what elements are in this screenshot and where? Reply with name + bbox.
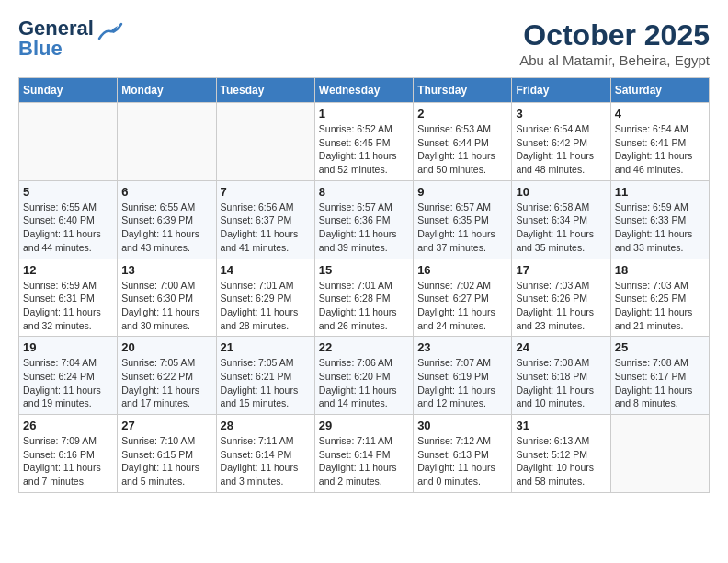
calendar-table: SundayMondayTuesdayWednesdayThursdayFrid… xyxy=(18,77,710,493)
day-info: Sunrise: 7:03 AMSunset: 6:26 PMDaylight:… xyxy=(516,279,606,333)
empty-cell xyxy=(118,103,216,181)
day-cell-15: 15Sunrise: 7:01 AMSunset: 6:28 PMDayligh… xyxy=(314,259,413,337)
day-number: 19 xyxy=(23,340,113,354)
day-number: 24 xyxy=(516,340,606,354)
weekday-header-tuesday: Tuesday xyxy=(216,78,314,103)
week-row-3: 12Sunrise: 6:59 AMSunset: 6:31 PMDayligh… xyxy=(19,259,710,337)
day-info: Sunrise: 6:56 AMSunset: 6:37 PMDaylight:… xyxy=(221,201,311,255)
day-info: Sunrise: 7:04 AMSunset: 6:24 PMDaylight:… xyxy=(23,356,113,410)
day-number: 14 xyxy=(221,263,311,277)
day-number: 26 xyxy=(23,419,113,432)
day-number: 7 xyxy=(221,185,311,199)
day-info: Sunrise: 6:59 AMSunset: 6:33 PMDaylight:… xyxy=(615,201,705,255)
weekday-header-monday: Monday xyxy=(118,78,216,103)
day-cell-7: 7Sunrise: 6:56 AMSunset: 6:37 PMDaylight… xyxy=(216,180,314,259)
week-row-1: 1Sunrise: 6:52 AMSunset: 6:45 PMDaylight… xyxy=(19,103,710,181)
day-info: Sunrise: 7:01 AMSunset: 6:28 PMDaylight:… xyxy=(319,279,409,333)
day-cell-13: 13Sunrise: 7:00 AMSunset: 6:30 PMDayligh… xyxy=(118,259,216,337)
day-cell-18: 18Sunrise: 7:03 AMSunset: 6:25 PMDayligh… xyxy=(610,259,709,337)
day-number: 16 xyxy=(417,263,507,277)
location-subtitle: Abu al Matamir, Beheira, Egypt xyxy=(519,52,710,68)
day-cell-5: 5Sunrise: 6:55 AMSunset: 6:40 PMDaylight… xyxy=(19,180,118,259)
day-number: 28 xyxy=(221,419,311,432)
day-info: Sunrise: 7:08 AMSunset: 6:18 PMDaylight:… xyxy=(516,356,606,410)
day-number: 31 xyxy=(516,419,606,432)
day-cell-30: 30Sunrise: 7:12 AMSunset: 6:13 PMDayligh… xyxy=(414,415,512,493)
day-number: 18 xyxy=(615,263,705,277)
month-title: October 2025 xyxy=(519,18,710,52)
weekday-header-wednesday: Wednesday xyxy=(314,78,413,103)
day-info: Sunrise: 7:09 AMSunset: 6:16 PMDaylight:… xyxy=(23,434,113,488)
day-cell-12: 12Sunrise: 6:59 AMSunset: 6:31 PMDayligh… xyxy=(19,259,118,337)
day-cell-29: 29Sunrise: 7:11 AMSunset: 6:14 PMDayligh… xyxy=(314,415,413,493)
logo-general: General xyxy=(18,18,94,39)
day-cell-6: 6Sunrise: 6:55 AMSunset: 6:39 PMDaylight… xyxy=(118,180,216,259)
day-cell-2: 2Sunrise: 6:53 AMSunset: 6:44 PMDaylight… xyxy=(414,103,512,181)
day-cell-10: 10Sunrise: 6:58 AMSunset: 6:34 PMDayligh… xyxy=(512,180,610,259)
weekday-header-sunday: Sunday xyxy=(19,78,118,103)
day-number: 3 xyxy=(516,107,606,121)
day-number: 8 xyxy=(319,185,409,199)
day-number: 11 xyxy=(615,185,705,199)
day-cell-3: 3Sunrise: 6:54 AMSunset: 6:42 PMDaylight… xyxy=(512,103,610,181)
empty-cell xyxy=(610,415,709,493)
weekday-header-friday: Friday xyxy=(512,78,610,103)
day-info: Sunrise: 7:11 AMSunset: 6:14 PMDaylight:… xyxy=(319,434,409,488)
day-number: 15 xyxy=(319,263,409,277)
day-number: 5 xyxy=(23,185,113,199)
day-info: Sunrise: 7:06 AMSunset: 6:20 PMDaylight:… xyxy=(319,356,409,410)
week-row-2: 5Sunrise: 6:55 AMSunset: 6:40 PMDaylight… xyxy=(19,180,710,259)
day-cell-25: 25Sunrise: 7:08 AMSunset: 6:17 PMDayligh… xyxy=(610,337,709,415)
day-number: 29 xyxy=(319,419,409,432)
day-number: 20 xyxy=(121,340,211,354)
day-info: Sunrise: 7:00 AMSunset: 6:30 PMDaylight:… xyxy=(121,279,211,333)
day-number: 13 xyxy=(121,263,211,277)
day-info: Sunrise: 6:58 AMSunset: 6:34 PMDaylight:… xyxy=(516,201,606,255)
day-cell-28: 28Sunrise: 7:11 AMSunset: 6:14 PMDayligh… xyxy=(216,415,314,493)
weekday-header-thursday: Thursday xyxy=(414,78,512,103)
page-header: General Blue October 2025 Abu al Matamir… xyxy=(18,18,710,68)
week-row-5: 26Sunrise: 7:09 AMSunset: 6:16 PMDayligh… xyxy=(19,415,710,493)
day-info: Sunrise: 6:54 AMSunset: 6:41 PMDaylight:… xyxy=(615,122,705,177)
title-area: October 2025 Abu al Matamir, Beheira, Eg… xyxy=(519,18,710,68)
day-info: Sunrise: 7:05 AMSunset: 6:22 PMDaylight:… xyxy=(121,356,211,410)
empty-cell xyxy=(19,103,118,181)
day-info: Sunrise: 6:55 AMSunset: 6:40 PMDaylight:… xyxy=(23,201,113,255)
logo-bird-icon xyxy=(97,22,123,42)
day-info: Sunrise: 6:53 AMSunset: 6:44 PMDaylight:… xyxy=(417,122,507,177)
day-number: 2 xyxy=(417,107,507,121)
day-cell-14: 14Sunrise: 7:01 AMSunset: 6:29 PMDayligh… xyxy=(216,259,314,337)
day-number: 17 xyxy=(516,263,606,277)
day-cell-31: 31Sunrise: 6:13 AMSunset: 5:12 PMDayligh… xyxy=(512,415,610,493)
day-number: 30 xyxy=(417,419,507,432)
logo-blue: Blue xyxy=(18,39,94,59)
day-info: Sunrise: 6:57 AMSunset: 6:36 PMDaylight:… xyxy=(319,201,409,255)
day-info: Sunrise: 7:12 AMSunset: 6:13 PMDaylight:… xyxy=(417,434,507,488)
week-row-4: 19Sunrise: 7:04 AMSunset: 6:24 PMDayligh… xyxy=(19,337,710,415)
day-number: 1 xyxy=(319,107,409,121)
day-info: Sunrise: 6:13 AMSunset: 5:12 PMDaylight:… xyxy=(516,434,606,488)
day-cell-4: 4Sunrise: 6:54 AMSunset: 6:41 PMDaylight… xyxy=(610,103,709,181)
day-cell-24: 24Sunrise: 7:08 AMSunset: 6:18 PMDayligh… xyxy=(512,337,610,415)
day-info: Sunrise: 6:54 AMSunset: 6:42 PMDaylight:… xyxy=(516,122,606,177)
day-info: Sunrise: 7:07 AMSunset: 6:19 PMDaylight:… xyxy=(417,356,507,410)
day-cell-11: 11Sunrise: 6:59 AMSunset: 6:33 PMDayligh… xyxy=(610,180,709,259)
day-number: 10 xyxy=(516,185,606,199)
day-cell-27: 27Sunrise: 7:10 AMSunset: 6:15 PMDayligh… xyxy=(118,415,216,493)
weekday-header-row: SundayMondayTuesdayWednesdayThursdayFrid… xyxy=(19,78,710,103)
logo: General Blue xyxy=(18,18,123,59)
day-info: Sunrise: 6:52 AMSunset: 6:45 PMDaylight:… xyxy=(319,122,409,177)
day-cell-8: 8Sunrise: 6:57 AMSunset: 6:36 PMDaylight… xyxy=(314,180,413,259)
day-info: Sunrise: 7:10 AMSunset: 6:15 PMDaylight:… xyxy=(121,434,211,488)
day-cell-16: 16Sunrise: 7:02 AMSunset: 6:27 PMDayligh… xyxy=(414,259,512,337)
day-number: 25 xyxy=(615,340,705,354)
day-info: Sunrise: 6:57 AMSunset: 6:35 PMDaylight:… xyxy=(417,201,507,255)
day-cell-26: 26Sunrise: 7:09 AMSunset: 6:16 PMDayligh… xyxy=(19,415,118,493)
day-cell-19: 19Sunrise: 7:04 AMSunset: 6:24 PMDayligh… xyxy=(19,337,118,415)
day-cell-17: 17Sunrise: 7:03 AMSunset: 6:26 PMDayligh… xyxy=(512,259,610,337)
day-number: 23 xyxy=(417,340,507,354)
day-info: Sunrise: 7:11 AMSunset: 6:14 PMDaylight:… xyxy=(221,434,311,488)
day-cell-22: 22Sunrise: 7:06 AMSunset: 6:20 PMDayligh… xyxy=(314,337,413,415)
day-number: 27 xyxy=(121,419,211,432)
day-number: 6 xyxy=(121,185,211,199)
